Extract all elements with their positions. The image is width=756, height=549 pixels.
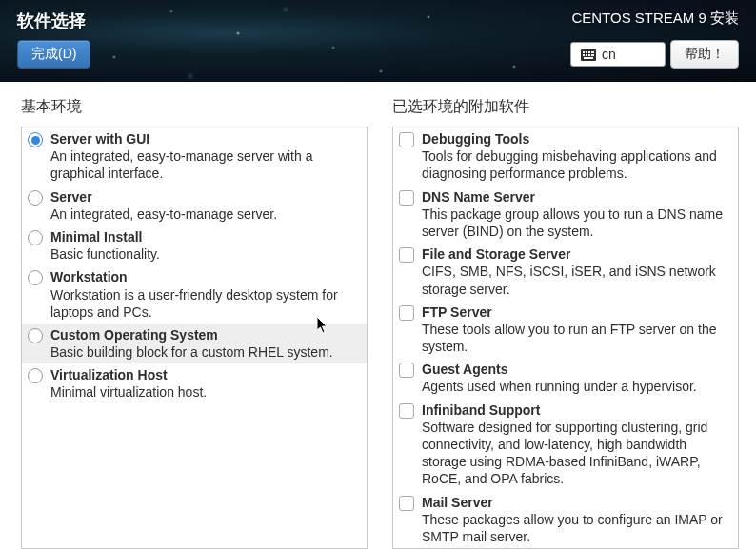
addon-option-file-storage[interactable]: File and Storage ServerCIFS, SMB, NFS, i…	[393, 243, 738, 301]
env-desc: An integrated, easy-to-manage server wit…	[50, 147, 361, 182]
addon-title: Mail Server	[422, 494, 732, 511]
keyboard-layout-label: cn	[602, 47, 616, 62]
env-radio-custom-os[interactable]	[28, 328, 43, 343]
addon-title: FTP Server	[422, 304, 732, 321]
env-radio-server[interactable]	[28, 190, 43, 206]
addon-title: File and Storage Server	[422, 245, 732, 263]
env-option-workstation[interactable]: WorkstationWorkstation is a user-friendl…	[22, 265, 367, 324]
addon-checkbox-debugging[interactable]	[399, 132, 414, 147]
env-radio-minimal[interactable]	[28, 230, 43, 245]
addon-text: Guest AgentsAgents used when running und…	[422, 361, 732, 395]
env-text: WorkstationWorkstation is a user-friendl…	[50, 268, 361, 321]
addon-desc: These tools allow you to run an FTP serv…	[422, 321, 732, 355]
addon-text: DNS Name ServerThis package group allows…	[422, 188, 732, 241]
env-title: Server	[50, 188, 361, 206]
env-desc: Workstation is a user-friendly desktop s…	[50, 286, 361, 321]
addon-option-ftp[interactable]: FTP ServerThese tools allow you to run a…	[393, 301, 738, 359]
addon-desc: Tools for debugging misbehaving applicat…	[422, 147, 732, 182]
addon-checkbox-guest-agents[interactable]	[399, 363, 414, 378]
env-radio-server-gui[interactable]	[28, 132, 43, 147]
svg-rect-3	[588, 51, 590, 53]
addon-desc: CIFS, SMB, NFS, iSCSI, iSER, and iSNS ne…	[422, 263, 732, 297]
addon-title: Debugging Tools	[422, 130, 732, 147]
svg-rect-2	[586, 51, 587, 53]
addon-option-debugging[interactable]: Debugging ToolsTools for debugging misbe…	[393, 127, 738, 186]
env-title: Server with GUI	[50, 130, 361, 147]
addon-desc: Agents used when running under a hypervi…	[422, 378, 732, 395]
page-title: 软件选择	[17, 10, 86, 32]
addon-desc: Software designed for supporting cluster…	[422, 419, 732, 488]
environments-title: 基本环境	[21, 97, 368, 117]
svg-rect-5	[583, 54, 585, 56]
help-button[interactable]: 帮助！	[670, 40, 739, 69]
installer-title: CENTOS STREAM 9 安装	[571, 10, 739, 28]
installer-header: 软件选择 CENTOS STREAM 9 安装 完成(D) cn 帮助！	[0, 0, 756, 82]
env-text: ServerAn integrated, easy-to-manage serv…	[50, 188, 361, 223]
addon-text: File and Storage ServerCIFS, SMB, NFS, i…	[422, 245, 732, 298]
env-option-server[interactable]: ServerAn integrated, easy-to-manage serv…	[22, 186, 367, 225]
env-desc: Basic functionality.	[50, 245, 361, 263]
env-desc: Minimal virtualization host.	[50, 383, 361, 401]
addon-checkbox-dns[interactable]	[399, 190, 414, 206]
svg-rect-7	[588, 54, 590, 56]
svg-rect-6	[586, 54, 587, 56]
env-desc: Basic building block for a custom RHEL s…	[50, 343, 361, 361]
env-title: Custom Operating System	[50, 326, 361, 343]
environments-list: Server with GUIAn integrated, easy-to-ma…	[21, 127, 368, 549]
svg-rect-1	[583, 51, 585, 53]
env-text: Server with GUIAn integrated, easy-to-ma…	[50, 130, 361, 183]
env-title: Workstation	[50, 268, 361, 285]
svg-rect-8	[591, 54, 594, 56]
addon-text: FTP ServerThese tools allow you to run a…	[422, 304, 732, 356]
env-radio-workstation[interactable]	[28, 270, 43, 285]
addon-option-mail[interactable]: Mail ServerThese packages allow you to c…	[393, 491, 738, 549]
env-title: Minimal Install	[50, 228, 361, 245]
addon-title: Guest Agents	[422, 361, 732, 378]
addon-text: Debugging ToolsTools for debugging misbe…	[422, 130, 732, 183]
addons-list: Debugging ToolsTools for debugging misbe…	[392, 127, 739, 549]
addon-option-infiniband[interactable]: Infiniband SupportSoftware designed for …	[393, 399, 738, 491]
addon-option-guest-agents[interactable]: Guest AgentsAgents used when running und…	[393, 358, 738, 398]
keyboard-layout-selector[interactable]: cn	[570, 42, 666, 67]
keyboard-icon	[581, 49, 596, 60]
env-desc: An integrated, easy-to-manage server.	[50, 206, 361, 223]
addons-column: 已选环境的附加软件 Debugging ToolsTools for debug…	[392, 97, 739, 549]
env-text: Virtualization HostMinimal virtualizatio…	[50, 366, 361, 401]
addon-title: DNS Name Server	[422, 188, 732, 206]
addon-checkbox-mail[interactable]	[399, 496, 414, 511]
addon-option-dns[interactable]: DNS Name ServerThis package group allows…	[393, 186, 738, 244]
svg-rect-9	[584, 57, 593, 59]
env-radio-virt-host[interactable]	[28, 368, 43, 383]
addon-text: Mail ServerThese packages allow you to c…	[422, 494, 732, 546]
svg-rect-4	[591, 51, 594, 53]
addon-checkbox-ftp[interactable]	[399, 305, 414, 321]
addon-title: Infiniband Support	[422, 402, 732, 419]
env-title: Virtualization Host	[50, 366, 361, 383]
addon-text: Infiniband SupportSoftware designed for …	[422, 402, 732, 488]
env-option-virt-host[interactable]: Virtualization HostMinimal virtualizatio…	[22, 363, 367, 403]
env-option-server-gui[interactable]: Server with GUIAn integrated, easy-to-ma…	[22, 127, 367, 186]
environments-column: 基本环境 Server with GUIAn integrated, easy-…	[21, 97, 368, 549]
env-text: Minimal InstallBasic functionality.	[50, 228, 361, 263]
content-area: 基本环境 Server with GUIAn integrated, easy-…	[0, 82, 756, 549]
addon-checkbox-infiniband[interactable]	[399, 403, 414, 419]
addon-desc: This package group allows you to run a D…	[422, 206, 732, 240]
env-text: Custom Operating SystemBasic building bl…	[50, 326, 361, 361]
addon-desc: These packages allow you to configure an…	[422, 511, 732, 545]
done-button[interactable]: 完成(D)	[17, 40, 90, 69]
env-option-custom-os[interactable]: Custom Operating SystemBasic building bl…	[22, 324, 367, 363]
env-option-minimal[interactable]: Minimal InstallBasic functionality.	[22, 225, 367, 265]
addons-title: 已选环境的附加软件	[392, 97, 739, 117]
addon-checkbox-file-storage[interactable]	[399, 247, 414, 263]
